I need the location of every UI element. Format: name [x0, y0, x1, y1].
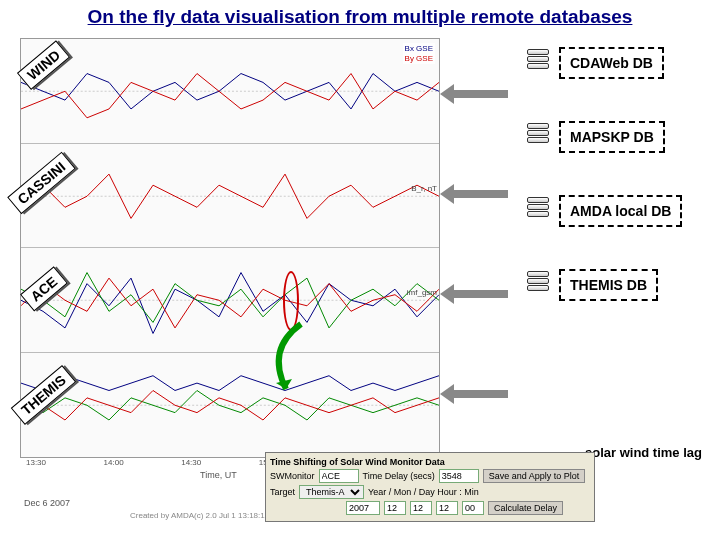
monitor-label: SWMonitor	[270, 471, 315, 481]
db-item: CDAWeb DB	[527, 47, 702, 79]
panel-ace: imf_gsm	[21, 248, 439, 353]
panel-wind: Bx GSE By GSE	[21, 39, 439, 144]
year-input[interactable]	[346, 501, 380, 515]
legend-bx: Bx GSE	[405, 44, 433, 54]
monitor-input[interactable]	[319, 469, 359, 483]
db-item: THEMIS DB	[527, 269, 702, 301]
page-title: On the fly data visualisation from multi…	[0, 0, 720, 32]
datetime-label: Year / Mon / Day Hour : Min	[368, 487, 479, 497]
curved-arrow	[261, 319, 321, 399]
db-item: MAPSKP DB	[527, 121, 702, 153]
arrow-head	[440, 84, 454, 104]
tick: 14:00	[104, 458, 124, 467]
day-input[interactable]	[410, 501, 432, 515]
min-input[interactable]	[462, 501, 484, 515]
arrow-shaft	[446, 290, 508, 298]
server-icon	[527, 197, 549, 225]
dialog-header: Time Shifting of Solar Wind Monitor Data	[270, 457, 590, 467]
diagram-stage: Bx GSE By GSE B_r, nT imf_gsm 13:30 14:0…	[0, 32, 720, 532]
tick: 13:30	[26, 458, 46, 467]
arrow-shaft	[446, 190, 508, 198]
hour-input[interactable]	[436, 501, 458, 515]
target-select[interactable]: Themis-A	[299, 485, 364, 499]
arrow-head	[440, 184, 454, 204]
legend-by: By GSE	[405, 54, 433, 64]
footer-note: solar wind time lag	[585, 445, 702, 460]
date-stamp: Dec 6 2007	[24, 498, 70, 508]
arrow-head	[440, 384, 454, 404]
panel-themis	[21, 353, 439, 458]
calculate-button[interactable]: Calculate Delay	[488, 501, 563, 515]
arrow-zone	[440, 54, 530, 434]
delay-label: Time Delay (secs)	[363, 471, 435, 481]
arrow-shaft	[446, 90, 508, 98]
target-label: Target	[270, 487, 295, 497]
themis-chart	[21, 353, 439, 458]
server-icon	[527, 271, 549, 299]
server-icon	[527, 49, 549, 77]
mon-input[interactable]	[384, 501, 406, 515]
panel-legend: Bx GSE By GSE	[403, 43, 435, 64]
db-label-amda: AMDA local DB	[559, 195, 682, 227]
wind-chart	[21, 39, 439, 144]
ace-chart	[21, 248, 439, 353]
arrow-shaft	[446, 390, 508, 398]
arrow-head	[440, 284, 454, 304]
db-label-themis: THEMIS DB	[559, 269, 658, 301]
x-axis-label: Time, UT	[200, 470, 237, 480]
ylabel-cassini: B_r, nT	[411, 185, 437, 194]
panel-cassini: B_r, nT	[21, 144, 439, 249]
generated-stamp: Created by AMDA(c) 2.0 Jul 1 13:18:10	[130, 511, 269, 520]
db-item: AMDA local DB	[527, 195, 702, 227]
apply-button[interactable]: Save and Apply to Plot	[483, 469, 586, 483]
plot-column: Bx GSE By GSE B_r, nT imf_gsm	[20, 38, 440, 458]
db-label-mapskp: MAPSKP DB	[559, 121, 665, 153]
db-label-cdaweb: CDAWeb DB	[559, 47, 664, 79]
delay-input[interactable]	[439, 469, 479, 483]
server-icon	[527, 123, 549, 151]
cassini-chart	[21, 144, 439, 249]
database-column: CDAWeb DB MAPSKP DB AMDA local DB THEMIS…	[527, 47, 702, 343]
ylabel-ace: imf_gsm	[407, 289, 437, 298]
tick: 14:30	[181, 458, 201, 467]
time-shift-dialog: Time Shifting of Solar Wind Monitor Data…	[265, 452, 595, 522]
